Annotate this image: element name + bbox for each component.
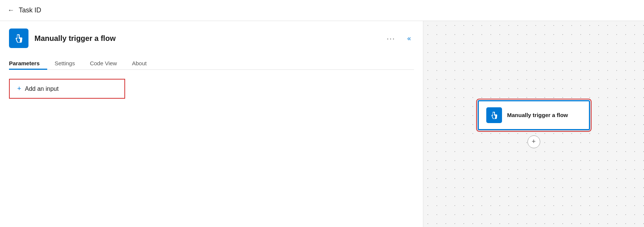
add-node-icon: + bbox=[532, 138, 536, 146]
ellipsis-button[interactable]: ··· bbox=[384, 33, 398, 44]
tab-settings[interactable]: Settings bbox=[47, 57, 82, 69]
trigger-header: Manually trigger a flow ··· « bbox=[9, 29, 414, 48]
add-node-button[interactable]: + bbox=[527, 135, 540, 148]
left-panel: Manually trigger a flow ··· « Parameters… bbox=[0, 21, 423, 227]
collapse-button[interactable]: « bbox=[404, 33, 414, 44]
flow-card-icon-box bbox=[486, 107, 502, 123]
flow-card[interactable]: Manually trigger a flow bbox=[478, 100, 590, 130]
plus-icon: + bbox=[17, 85, 21, 93]
add-input-label: Add an input bbox=[25, 86, 59, 92]
tab-about[interactable]: About bbox=[124, 57, 154, 69]
tabs-container: Parameters Settings Code View About bbox=[9, 57, 414, 70]
canvas-panel: Manually trigger a flow + bbox=[423, 21, 644, 227]
back-button[interactable]: ← bbox=[7, 6, 14, 14]
trigger-icon-box bbox=[9, 29, 28, 48]
add-input-button[interactable]: + Add an input bbox=[9, 79, 125, 99]
tab-parameters[interactable]: Parameters bbox=[9, 57, 47, 69]
canvas-content: Manually trigger a flow + bbox=[423, 21, 644, 227]
top-header: ← Task ID bbox=[0, 0, 644, 21]
main-content: Manually trigger a flow ··· « Parameters… bbox=[0, 21, 644, 227]
flow-card-trigger-icon bbox=[490, 111, 499, 120]
trigger-icon bbox=[13, 33, 24, 44]
flow-card-title: Manually trigger a flow bbox=[507, 111, 568, 119]
back-icon: ← bbox=[7, 6, 14, 14]
page-title: Task ID bbox=[19, 6, 41, 14]
header-actions: ··· « bbox=[384, 33, 414, 44]
tab-codeview[interactable]: Code View bbox=[82, 57, 124, 69]
trigger-title: Manually trigger a flow bbox=[34, 34, 384, 43]
